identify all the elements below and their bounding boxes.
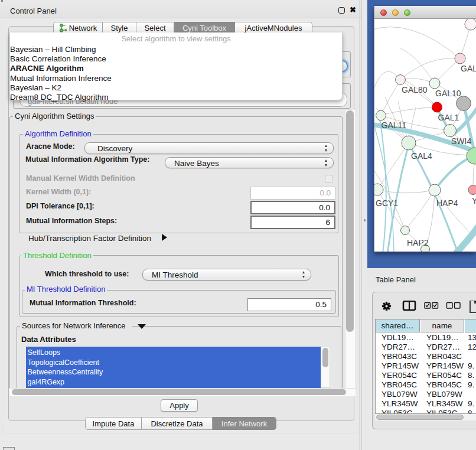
svg-text:SWI4: SWI4	[451, 136, 471, 146]
svg-text:GAL11: GAL11	[382, 120, 407, 130]
svg-text:HAP4: HAP4	[436, 198, 458, 208]
svg-text:GCY1: GCY1	[376, 198, 398, 208]
svg-text:GAL10: GAL10	[435, 89, 461, 98]
svg-text:GAL4: GAL4	[411, 151, 432, 161]
svg-text:GAL80: GAL80	[402, 85, 428, 94]
svg-text:HAP2: HAP2	[407, 238, 429, 247]
svg-text:Y: Y	[472, 196, 476, 206]
svg-text:GAL1: GAL1	[438, 113, 459, 122]
svg-text:GAL: GAL	[461, 64, 476, 73]
